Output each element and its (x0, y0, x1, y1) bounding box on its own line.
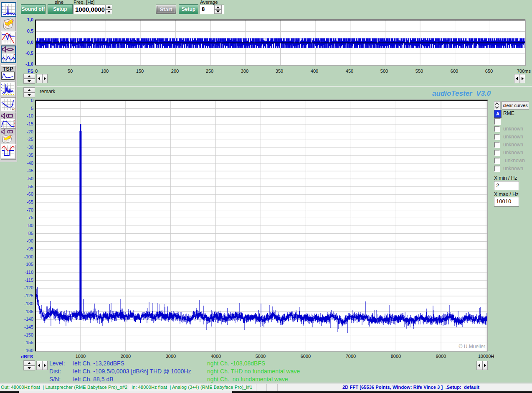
svg-text:TSP: TSP (3, 66, 13, 72)
